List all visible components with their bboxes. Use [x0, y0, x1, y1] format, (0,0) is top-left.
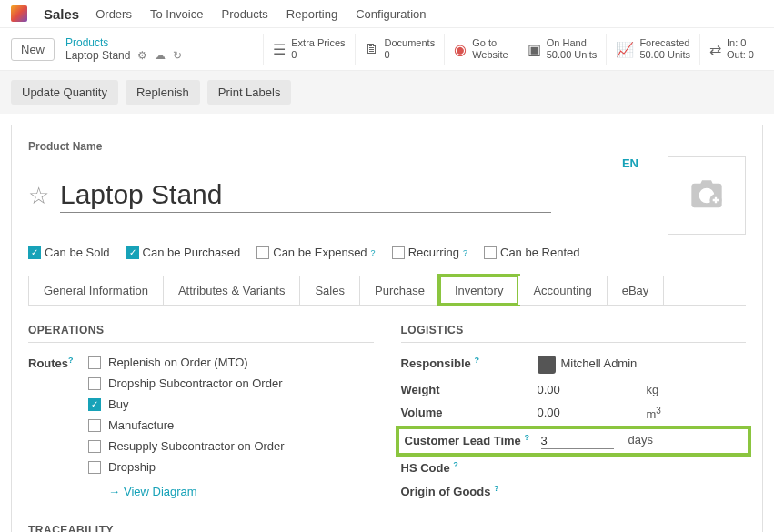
- link-label: View Diagram: [124, 485, 197, 498]
- route-label: Resupply Subcontractor on Order: [108, 439, 285, 453]
- routes-label: Routes: [28, 357, 68, 371]
- route-resupply-subcontractor[interactable]: Resupply Subcontractor on Order: [88, 439, 285, 453]
- checkbox-icon: [256, 246, 269, 259]
- menu-to-invoice[interactable]: To Invoice: [150, 7, 204, 21]
- tab-inventory[interactable]: Inventory: [439, 276, 518, 305]
- product-name-label: Product Name: [28, 140, 746, 153]
- checkbox-icon: [88, 440, 101, 453]
- volume-unit: m3: [647, 406, 661, 421]
- replenish-button[interactable]: Replenish: [126, 80, 200, 105]
- breadcrumb-root[interactable]: Products: [65, 36, 182, 49]
- checkbox-icon: [392, 246, 405, 259]
- menu-orders[interactable]: Orders: [95, 7, 132, 21]
- checkbox-icon: [88, 356, 101, 369]
- new-button[interactable]: New: [11, 38, 55, 61]
- view-diagram-link[interactable]: →View Diagram: [108, 485, 285, 498]
- stat-value: 50.00 Units: [639, 49, 690, 61]
- section-logistics: LOGISTICS: [401, 324, 747, 343]
- stat-forecasted[interactable]: 📈 Forecasted50.00 Units: [606, 34, 699, 65]
- tab-sales[interactable]: Sales: [299, 276, 360, 305]
- stat-value: 0: [291, 49, 345, 61]
- customer-lead-time-input[interactable]: [541, 433, 614, 449]
- help-icon[interactable]: ?: [474, 356, 479, 365]
- help-icon[interactable]: ?: [453, 460, 458, 469]
- stat-value: 50.00 Units: [547, 49, 598, 61]
- globe-icon: ◉: [454, 41, 467, 58]
- weight-value[interactable]: 0.00: [538, 383, 560, 396]
- route-label: Replenish on Order (MTO): [108, 356, 248, 369]
- top-menu: Orders To Invoice Products Reporting Con…: [95, 7, 426, 21]
- route-replenish-on-order[interactable]: Replenish on Order (MTO): [88, 356, 285, 369]
- check-recurring[interactable]: Recurring?: [392, 246, 467, 259]
- stat-label: Documents: [385, 37, 436, 49]
- stat-label: On Hand: [547, 37, 598, 49]
- check-can-be-sold[interactable]: ✓Can be Sold: [28, 246, 110, 259]
- stat-in-out[interactable]: ⇄ In: 0Out: 0: [699, 34, 763, 65]
- route-dropship[interactable]: Dropship: [88, 460, 285, 474]
- stat-on-hand[interactable]: ▣ On Hand50.00 Units: [518, 34, 607, 65]
- checkbox-icon: ✓: [126, 246, 139, 259]
- route-manufacture[interactable]: Manufacture: [88, 418, 285, 432]
- responsible-label: Responsible: [401, 357, 471, 371]
- stat-in: In: 0: [727, 37, 754, 49]
- route-buy[interactable]: ✓Buy: [88, 397, 285, 411]
- help-icon[interactable]: ?: [463, 248, 467, 257]
- transfer-icon: ⇄: [709, 41, 721, 58]
- language-badge[interactable]: EN: [622, 156, 638, 170]
- tab-ebay[interactable]: eBay: [607, 276, 665, 305]
- route-dropship-subcontractor[interactable]: Dropship Subcontractor on Order: [88, 376, 285, 390]
- check-label: Can be Purchased: [143, 246, 241, 259]
- checkbox-icon: ✓: [28, 246, 41, 259]
- stat-value: Website: [472, 49, 508, 61]
- hs-code-label: HS Code: [401, 461, 450, 475]
- product-image-placeholder[interactable]: [668, 156, 746, 235]
- checkbox-icon: [484, 246, 497, 259]
- tab-purchase[interactable]: Purchase: [359, 276, 440, 305]
- checkbox-icon: [88, 377, 101, 390]
- tab-attributes-variants[interactable]: Attributes & Variants: [163, 276, 301, 305]
- stat-label: Forecasted: [639, 37, 690, 49]
- stat-documents[interactable]: 🗎 Documents0: [355, 34, 445, 65]
- stat-label: Go to: [472, 37, 508, 49]
- list-icon: ☰: [273, 41, 286, 58]
- menu-reporting[interactable]: Reporting: [286, 7, 337, 21]
- check-can-be-rented[interactable]: Can be Rented: [484, 246, 579, 259]
- help-icon[interactable]: ?: [524, 433, 529, 442]
- gear-icon[interactable]: ⚙: [137, 49, 147, 62]
- tab-accounting[interactable]: Accounting: [518, 276, 607, 305]
- customer-lead-time-label: Customer Lead Time: [405, 434, 521, 447]
- customer-lead-time-unit: days: [628, 433, 653, 447]
- tab-general-information[interactable]: General Information: [28, 276, 164, 305]
- favorite-star-icon[interactable]: ☆: [28, 182, 49, 210]
- update-quantity-button[interactable]: Update Quantity: [11, 80, 118, 105]
- document-icon: 🗎: [365, 41, 379, 57]
- app-logo: [11, 5, 27, 22]
- stat-label: Extra Prices: [291, 37, 345, 49]
- origin-of-goods-label: Origin of Goods: [401, 485, 491, 498]
- print-labels-button[interactable]: Print Labels: [207, 80, 292, 105]
- checkbox-icon: [88, 419, 101, 432]
- product-name-input[interactable]: Laptop Stand: [60, 179, 551, 213]
- arrow-right-icon: →: [108, 485, 120, 498]
- check-label: Recurring: [408, 246, 459, 259]
- stat-out: Out: 0: [727, 49, 754, 61]
- cloud-upload-icon[interactable]: ☁: [155, 49, 166, 62]
- check-can-be-expensed[interactable]: Can be Expensed?: [256, 246, 375, 259]
- route-label: Dropship Subcontractor on Order: [108, 376, 282, 390]
- menu-configuration[interactable]: Configuration: [356, 7, 426, 21]
- stat-goto-website[interactable]: ◉ Go toWebsite: [444, 34, 518, 65]
- stat-value: 0: [385, 49, 436, 61]
- volume-value[interactable]: 0.00: [538, 406, 560, 419]
- responsible-value[interactable]: Mitchell Admin: [561, 357, 638, 371]
- stat-extra-prices[interactable]: ☰ Extra Prices0: [263, 34, 354, 65]
- route-label: Buy: [108, 397, 128, 411]
- help-icon[interactable]: ?: [371, 248, 376, 257]
- help-icon[interactable]: ?: [68, 356, 74, 365]
- app-brand[interactable]: Sales: [44, 6, 79, 22]
- menu-products[interactable]: Products: [221, 7, 267, 21]
- breadcrumb: Products Laptop Stand ⚙ ☁ ↻: [65, 36, 182, 62]
- section-operations: OPERATIONS: [28, 324, 374, 343]
- check-can-be-purchased[interactable]: ✓Can be Purchased: [126, 246, 241, 259]
- help-icon[interactable]: ?: [494, 484, 499, 493]
- undo-icon[interactable]: ↻: [173, 49, 182, 62]
